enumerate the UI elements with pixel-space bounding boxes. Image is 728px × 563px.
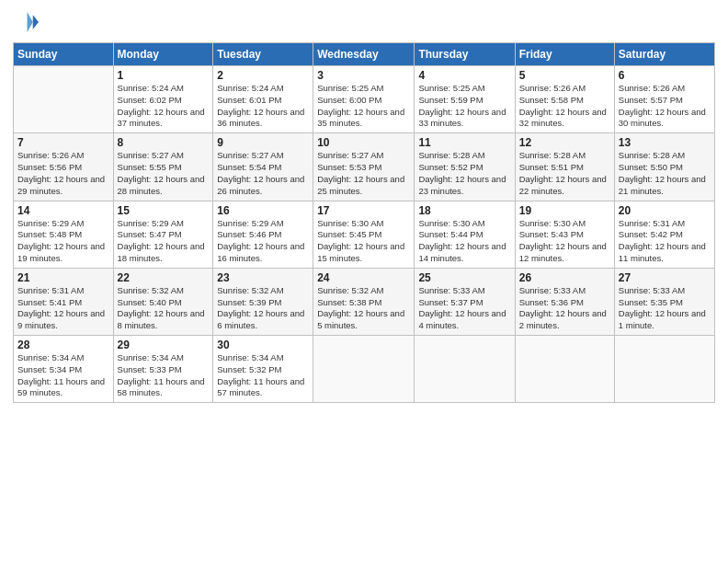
cell-details: Sunrise: 5:28 AMSunset: 5:52 PMDaylight:… bbox=[418, 150, 510, 197]
cell-details: Sunrise: 5:25 AMSunset: 5:59 PMDaylight:… bbox=[418, 83, 510, 130]
logo bbox=[13, 9, 42, 35]
calendar-cell bbox=[415, 336, 515, 403]
calendar-cell: 26Sunrise: 5:33 AMSunset: 5:36 PMDayligh… bbox=[515, 268, 614, 335]
day-number: 28 bbox=[17, 339, 109, 351]
col-header-monday: Monday bbox=[113, 43, 213, 66]
calendar-cell: 25Sunrise: 5:33 AMSunset: 5:37 PMDayligh… bbox=[415, 268, 515, 335]
cell-details: Sunrise: 5:28 AMSunset: 5:50 PMDaylight:… bbox=[619, 150, 711, 197]
day-number: 27 bbox=[619, 271, 711, 284]
calendar-cell: 20Sunrise: 5:31 AMSunset: 5:42 PMDayligh… bbox=[614, 201, 714, 268]
calendar-cell: 9Sunrise: 5:27 AMSunset: 5:54 PMDaylight… bbox=[213, 133, 313, 201]
day-number: 11 bbox=[418, 136, 510, 149]
calendar-cell: 11Sunrise: 5:28 AMSunset: 5:52 PMDayligh… bbox=[415, 133, 515, 201]
calendar-cell: 23Sunrise: 5:32 AMSunset: 5:39 PMDayligh… bbox=[213, 268, 313, 335]
day-number: 20 bbox=[619, 204, 711, 217]
day-number: 14 bbox=[17, 204, 109, 217]
calendar-cell: 29Sunrise: 5:34 AMSunset: 5:33 PMDayligh… bbox=[113, 336, 213, 403]
day-number: 16 bbox=[217, 204, 309, 217]
cell-details: Sunrise: 5:32 AMSunset: 5:40 PMDaylight:… bbox=[118, 285, 210, 332]
calendar-cell bbox=[515, 336, 614, 403]
calendar-cell: 5Sunrise: 5:26 AMSunset: 5:58 PMDaylight… bbox=[515, 66, 614, 133]
calendar-cell: 3Sunrise: 5:25 AMSunset: 6:00 PMDaylight… bbox=[313, 66, 415, 133]
cell-details: Sunrise: 5:25 AMSunset: 6:00 PMDaylight:… bbox=[317, 83, 410, 130]
calendar-cell: 18Sunrise: 5:30 AMSunset: 5:44 PMDayligh… bbox=[415, 201, 515, 268]
calendar-cell: 30Sunrise: 5:34 AMSunset: 5:32 PMDayligh… bbox=[213, 336, 313, 403]
calendar-cell: 16Sunrise: 5:29 AMSunset: 5:46 PMDayligh… bbox=[213, 201, 313, 268]
day-number: 3 bbox=[317, 69, 410, 82]
day-number: 6 bbox=[619, 69, 711, 82]
header bbox=[13, 9, 715, 35]
calendar-cell: 1Sunrise: 5:24 AMSunset: 6:02 PMDaylight… bbox=[113, 66, 213, 133]
calendar-table: SundayMondayTuesdayWednesdayThursdayFrid… bbox=[13, 42, 715, 403]
calendar-cell: 21Sunrise: 5:31 AMSunset: 5:41 PMDayligh… bbox=[14, 268, 114, 335]
week-row-2: 7Sunrise: 5:26 AMSunset: 5:56 PMDaylight… bbox=[14, 133, 715, 201]
calendar-cell: 15Sunrise: 5:29 AMSunset: 5:47 PMDayligh… bbox=[113, 201, 213, 268]
day-number: 2 bbox=[217, 69, 309, 82]
logo-icon bbox=[13, 9, 39, 35]
day-number: 18 bbox=[418, 204, 510, 217]
day-number: 9 bbox=[217, 136, 309, 149]
cell-details: Sunrise: 5:33 AMSunset: 5:35 PMDaylight:… bbox=[619, 285, 711, 332]
day-number: 19 bbox=[519, 204, 610, 217]
cell-details: Sunrise: 5:26 AMSunset: 5:57 PMDaylight:… bbox=[619, 83, 711, 130]
cell-details: Sunrise: 5:34 AMSunset: 5:33 PMDaylight:… bbox=[118, 352, 210, 399]
day-number: 24 bbox=[317, 271, 410, 284]
cell-details: Sunrise: 5:31 AMSunset: 5:41 PMDaylight:… bbox=[17, 285, 109, 332]
cell-details: Sunrise: 5:27 AMSunset: 5:53 PMDaylight:… bbox=[317, 150, 410, 197]
calendar-body: 1Sunrise: 5:24 AMSunset: 6:02 PMDaylight… bbox=[14, 66, 715, 403]
cell-details: Sunrise: 5:24 AMSunset: 6:01 PMDaylight:… bbox=[217, 83, 309, 130]
day-number: 1 bbox=[118, 69, 210, 82]
cell-details: Sunrise: 5:34 AMSunset: 5:34 PMDaylight:… bbox=[17, 352, 109, 399]
svg-marker-0 bbox=[33, 15, 39, 29]
day-number: 4 bbox=[418, 69, 510, 82]
day-number: 26 bbox=[519, 271, 610, 284]
col-header-tuesday: Tuesday bbox=[213, 43, 313, 66]
calendar-cell bbox=[313, 336, 415, 403]
cell-details: Sunrise: 5:32 AMSunset: 5:38 PMDaylight:… bbox=[317, 285, 410, 332]
day-number: 17 bbox=[317, 204, 410, 217]
calendar-cell: 22Sunrise: 5:32 AMSunset: 5:40 PMDayligh… bbox=[113, 268, 213, 335]
cell-details: Sunrise: 5:27 AMSunset: 5:55 PMDaylight:… bbox=[118, 150, 210, 197]
page: SundayMondayTuesdayWednesdayThursdayFrid… bbox=[0, 0, 728, 563]
calendar-cell: 19Sunrise: 5:30 AMSunset: 5:43 PMDayligh… bbox=[515, 201, 614, 268]
calendar-cell: 12Sunrise: 5:28 AMSunset: 5:51 PMDayligh… bbox=[515, 133, 614, 201]
calendar-cell: 24Sunrise: 5:32 AMSunset: 5:38 PMDayligh… bbox=[313, 268, 415, 335]
col-header-sunday: Sunday bbox=[14, 43, 114, 66]
cell-details: Sunrise: 5:26 AMSunset: 5:58 PMDaylight:… bbox=[519, 83, 610, 130]
cell-details: Sunrise: 5:26 AMSunset: 5:56 PMDaylight:… bbox=[17, 150, 109, 197]
cell-details: Sunrise: 5:29 AMSunset: 5:48 PMDaylight:… bbox=[17, 218, 109, 265]
week-row-5: 28Sunrise: 5:34 AMSunset: 5:34 PMDayligh… bbox=[14, 336, 715, 403]
calendar-cell: 8Sunrise: 5:27 AMSunset: 5:55 PMDaylight… bbox=[113, 133, 213, 201]
calendar-cell: 2Sunrise: 5:24 AMSunset: 6:01 PMDaylight… bbox=[213, 66, 313, 133]
cell-details: Sunrise: 5:29 AMSunset: 5:46 PMDaylight:… bbox=[217, 218, 309, 265]
week-row-3: 14Sunrise: 5:29 AMSunset: 5:48 PMDayligh… bbox=[14, 201, 715, 268]
cell-details: Sunrise: 5:33 AMSunset: 5:36 PMDaylight:… bbox=[519, 285, 610, 332]
cell-details: Sunrise: 5:24 AMSunset: 6:02 PMDaylight:… bbox=[118, 83, 210, 130]
calendar-cell: 27Sunrise: 5:33 AMSunset: 5:35 PMDayligh… bbox=[614, 268, 714, 335]
calendar-cell: 28Sunrise: 5:34 AMSunset: 5:34 PMDayligh… bbox=[14, 336, 114, 403]
day-number: 25 bbox=[418, 271, 510, 284]
col-header-friday: Friday bbox=[515, 43, 614, 66]
svg-marker-1 bbox=[28, 12, 33, 32]
cell-details: Sunrise: 5:31 AMSunset: 5:42 PMDaylight:… bbox=[619, 218, 711, 265]
day-number: 29 bbox=[118, 339, 210, 351]
calendar-cell: 14Sunrise: 5:29 AMSunset: 5:48 PMDayligh… bbox=[14, 201, 114, 268]
col-header-saturday: Saturday bbox=[614, 43, 714, 66]
cell-details: Sunrise: 5:29 AMSunset: 5:47 PMDaylight:… bbox=[118, 218, 210, 265]
day-number: 7 bbox=[17, 136, 109, 149]
calendar-cell bbox=[614, 336, 714, 403]
cell-details: Sunrise: 5:30 AMSunset: 5:43 PMDaylight:… bbox=[519, 218, 610, 265]
day-number: 12 bbox=[519, 136, 610, 149]
day-number: 21 bbox=[17, 271, 109, 284]
day-number: 5 bbox=[519, 69, 610, 82]
calendar-cell: 10Sunrise: 5:27 AMSunset: 5:53 PMDayligh… bbox=[313, 133, 415, 201]
calendar-cell: 4Sunrise: 5:25 AMSunset: 5:59 PMDaylight… bbox=[415, 66, 515, 133]
calendar-cell: 6Sunrise: 5:26 AMSunset: 5:57 PMDaylight… bbox=[614, 66, 714, 133]
col-header-thursday: Thursday bbox=[415, 43, 515, 66]
calendar-cell: 13Sunrise: 5:28 AMSunset: 5:50 PMDayligh… bbox=[614, 133, 714, 201]
cell-details: Sunrise: 5:27 AMSunset: 5:54 PMDaylight:… bbox=[217, 150, 309, 197]
cell-details: Sunrise: 5:28 AMSunset: 5:51 PMDaylight:… bbox=[519, 150, 610, 197]
cell-details: Sunrise: 5:32 AMSunset: 5:39 PMDaylight:… bbox=[217, 285, 309, 332]
week-row-4: 21Sunrise: 5:31 AMSunset: 5:41 PMDayligh… bbox=[14, 268, 715, 335]
day-number: 8 bbox=[118, 136, 210, 149]
